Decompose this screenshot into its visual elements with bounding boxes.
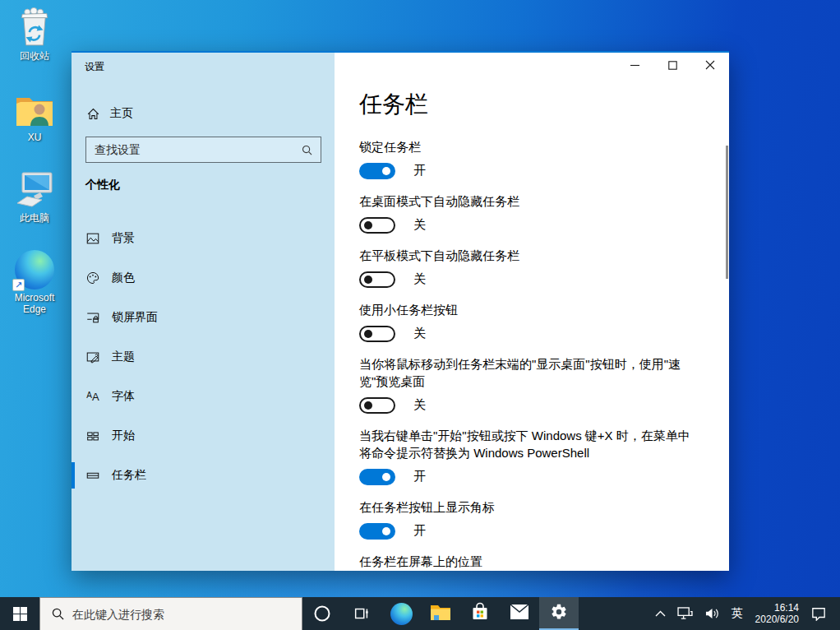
settings-main-pane: 任务栏 锁定任务栏 开 在桌面模式下自动隐藏任务栏 关: [335, 53, 729, 571]
sidebar-nav: 背景 颜色 锁屏界面: [72, 219, 335, 495]
sidebar-section-header: 个性化: [85, 178, 120, 192]
recycle-bin-icon: [17, 7, 52, 48]
taskbar-settings-icon: [85, 468, 100, 483]
settings-window: 设置 主页 个性化 背景: [72, 51, 729, 571]
toggle-state-label: 关: [413, 271, 426, 287]
window-title: 设置: [85, 60, 104, 74]
toggle-switch[interactable]: [359, 523, 395, 540]
desktop-icon-label: 此电脑: [20, 212, 49, 224]
sidebar-item-label: 开始: [112, 428, 135, 443]
taskbar-settings-content: 任务栏 锁定任务栏 开 在桌面模式下自动隐藏任务栏 关: [335, 53, 729, 571]
ime-indicator[interactable]: 英: [726, 597, 749, 630]
settings-search-input[interactable]: [86, 143, 302, 156]
selected-indicator: [72, 462, 75, 489]
toggle-state-label: 开: [413, 163, 426, 178]
sidebar-item-label: 任务栏: [112, 468, 146, 483]
lock-screen-icon: [85, 310, 100, 325]
taskbar-search-input[interactable]: [72, 608, 302, 621]
system-taskbar: 英 16:14 2020/6/20: [0, 597, 840, 630]
sidebar-item-lock-screen[interactable]: 锁屏界面: [72, 298, 335, 337]
window-controls: [616, 53, 729, 77]
sidebar-item-label: 颜色: [112, 271, 135, 285]
close-button[interactable]: [691, 53, 729, 77]
xu-folder-shortcut[interactable]: XU: [3, 88, 66, 143]
toggle-state-label: 关: [413, 397, 426, 413]
toggle-switch[interactable]: [359, 469, 395, 485]
taskbar-clock[interactable]: 16:14 2020/6/20: [749, 602, 805, 625]
sidebar-item-colors[interactable]: 颜色: [72, 258, 335, 298]
file-explorer-icon: [430, 603, 451, 624]
this-pc-icon: [14, 169, 55, 210]
toggle-state-label: 关: [413, 217, 426, 233]
home-icon: [85, 106, 100, 121]
start-button[interactable]: [0, 597, 39, 630]
setting-small-buttons: 使用小任务栏按钮 关: [359, 301, 699, 342]
action-center-icon[interactable]: [805, 597, 832, 630]
sidebar-item-fonts[interactable]: AA 字体: [72, 377, 335, 416]
desktop-icon-label: Microsoft Edge: [7, 292, 62, 315]
taskbar-search-box[interactable]: [39, 597, 302, 630]
recycle-bin-shortcut[interactable]: 回收站: [3, 7, 66, 62]
sidebar-item-label: 主页: [110, 106, 133, 121]
sidebar-item-label: 主题: [112, 350, 135, 364]
setting-lock-taskbar: 锁定任务栏 开: [359, 138, 699, 179]
network-icon[interactable]: [672, 597, 699, 630]
toggle-state-label: 开: [413, 523, 426, 539]
setting-autohide-desktop: 在桌面模式下自动隐藏任务栏 关: [359, 192, 699, 234]
themes-icon: [85, 350, 100, 364]
user-folder-icon: [14, 88, 55, 129]
volume-icon[interactable]: [699, 597, 726, 630]
settings-sidebar: 设置 主页 个性化 背景: [72, 53, 335, 571]
sidebar-item-label: 背景: [112, 231, 135, 246]
sidebar-item-taskbar[interactable]: 任务栏: [72, 456, 335, 495]
scrollbar-thumb[interactable]: [726, 146, 728, 279]
toggle-switch[interactable]: [359, 397, 395, 414]
toggle-switch[interactable]: [359, 326, 395, 342]
fonts-icon: AA: [85, 389, 100, 404]
edge-taskbar-button[interactable]: [381, 597, 421, 630]
edge-icon: ↗: [15, 248, 54, 290]
tray-chevron-up-icon[interactable]: [649, 597, 672, 630]
store-icon: [470, 602, 490, 625]
setting-badges: 在任务栏按钮上显示角标 开: [359, 498, 699, 540]
edge-shortcut[interactable]: ↗ Microsoft Edge: [3, 248, 66, 315]
clock-time: 16:14: [755, 602, 799, 614]
image-icon: [85, 231, 100, 246]
minimize-button[interactable]: [616, 53, 653, 77]
settings-taskbar-button[interactable]: [539, 597, 579, 630]
desktop-icon-label: 回收站: [20, 50, 49, 62]
settings-search-box[interactable]: [85, 137, 321, 163]
toggle-switch[interactable]: [359, 217, 395, 234]
shortcut-arrow-icon: ↗: [12, 279, 25, 291]
edge-icon: [390, 603, 413, 625]
desktop-icon-label: XU: [28, 132, 42, 143]
maximize-button[interactable]: [653, 53, 691, 77]
clock-date: 2020/6/20: [755, 614, 799, 625]
task-view-button[interactable]: [342, 597, 381, 630]
toggle-state-label: 关: [413, 326, 426, 341]
palette-icon: [85, 271, 100, 285]
toggle-state-label: 开: [413, 469, 426, 484]
page-title: 任务栏: [359, 89, 699, 120]
mail-button[interactable]: [500, 597, 539, 630]
setting-powershell-replace: 当我右键单击"开始"按钮或按下 Windows 键+X 时，在菜单中将命令提示符…: [359, 427, 699, 485]
cortana-button[interactable]: [302, 597, 342, 630]
toggle-switch[interactable]: [359, 271, 395, 288]
sidebar-item-start[interactable]: 开始: [72, 416, 335, 456]
microsoft-store-button[interactable]: [460, 597, 500, 630]
sidebar-item-label: 锁屏界面: [112, 310, 158, 325]
setting-peek-preview: 当你将鼠标移动到任务栏末端的"显示桌面"按钮时，使用"速览"预览桌面 关: [359, 355, 699, 414]
this-pc-shortcut[interactable]: 此电脑: [3, 169, 66, 224]
mail-icon: [510, 604, 529, 623]
search-icon: [302, 145, 312, 155]
start-layout-icon: [85, 428, 100, 443]
sidebar-item-background[interactable]: 背景: [72, 219, 335, 258]
sidebar-item-themes[interactable]: 主题: [72, 337, 335, 377]
toggle-switch[interactable]: [359, 163, 395, 179]
file-explorer-button[interactable]: [421, 597, 460, 630]
setting-autohide-tablet: 在平板模式下自动隐藏任务栏 关: [359, 247, 699, 288]
sidebar-item-label: 字体: [112, 389, 135, 404]
sidebar-item-home[interactable]: 主页: [85, 104, 133, 123]
system-tray: 英 16:14 2020/6/20: [649, 597, 840, 630]
desktop: 回收站 XU: [0, 0, 840, 630]
